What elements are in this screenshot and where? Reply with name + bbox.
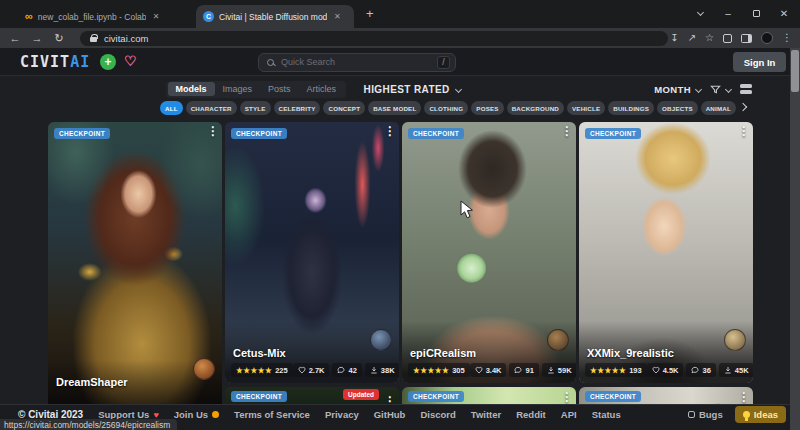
sign-in-button[interactable]: Sign In [733,52,786,72]
category-all[interactable]: ALL [160,101,183,115]
sort-dropdown[interactable]: HIGHEST RATED [364,84,461,95]
new-tab-button[interactable]: + [366,6,374,21]
window-chevron-icon[interactable] [688,0,712,26]
heart-icon [652,366,660,374]
ideas-button[interactable]: Ideas [735,406,786,423]
browser-toolbar: ← → ↻ civitai.com ↧ ↗ ☆ ⋮ [0,28,800,48]
category-buildings[interactable]: BUILDINGS [608,101,654,115]
model-card-epicrealism[interactable]: CHECKPOINT ⋮ epiCRealism ★★★★★ 305 3.4K … [402,122,576,383]
comment-icon [691,366,699,374]
address-bar[interactable]: civitai.com [80,31,668,46]
comment-icon [514,366,522,374]
footer-link-github[interactable]: GitHub [374,409,406,420]
filter-dropdown[interactable] [710,84,731,95]
heart-icon: ♥ [153,410,158,420]
footer-link-twitter[interactable]: Twitter [471,409,501,420]
checkpoint-badge: CHECKPOINT [231,128,287,139]
content-type-tabs: Models Images Posts Articles [166,81,346,98]
footer-link-terms[interactable]: Terms of Service [234,409,310,420]
forward-button[interactable]: → [26,32,48,44]
upload-plus-button[interactable]: + [100,54,116,70]
likes-count: 4.5K [663,366,679,375]
footer-link-status[interactable]: Status [592,409,621,420]
footer-link-discord[interactable]: Discord [420,409,455,420]
civitai-logo[interactable]: CIVITAI [20,53,90,71]
comments-pill: 36 [686,363,715,377]
model-title: DreamShaper [56,376,128,388]
layout-toggle-icon[interactable] [740,84,752,95]
tab-civitai[interactable]: C Civitai | Stable Diffusion models ✕ [196,5,354,28]
support-heart-icon[interactable]: ♡ [124,53,137,69]
model-title: epiCRealism [410,347,476,359]
footer-link-api[interactable]: API [561,409,577,420]
side-panel-icon[interactable] [741,34,752,43]
downloads-pill: 59K [542,363,576,377]
search-input[interactable]: Quick Search / [258,53,456,72]
tab-images[interactable]: Images [215,82,261,96]
tab-colab[interactable]: ∞ new_colab_file.ipynb - Colaborat ✕ [18,5,170,28]
tab-strip: ∞ new_colab_file.ipynb - Colaborat ✕ C C… [0,0,800,28]
model-card-xxmix9realistic[interactable]: CHECKPOINT ⋮ XXMix_9realistic ★★★★★ 193 … [579,122,753,383]
tab-models[interactable]: Models [168,82,215,96]
extensions-puzzle-icon[interactable] [723,34,732,43]
star-rating-icon: ★★★★★ [590,366,626,375]
reload-button[interactable]: ↻ [48,32,70,45]
window-minimize-button[interactable]: – [716,0,740,26]
checkpoint-badge: CHECKPOINT [408,391,464,402]
category-animal[interactable]: ANIMAL [701,101,736,115]
chevron-down-icon [455,85,462,92]
browser-menu-icon[interactable]: ⋮ [782,33,792,43]
category-objects[interactable]: OBJECTS [657,101,698,115]
creator-avatar[interactable] [370,329,392,351]
browser-profile-avatar[interactable] [761,32,773,44]
share-icon[interactable]: ↗ [688,33,696,43]
back-button[interactable]: ← [4,32,26,44]
likes-pill: 2.7K [293,363,330,377]
scroll-right-chevron-icon[interactable] [739,103,747,111]
footer-link-reddit[interactable]: Reddit [516,409,546,420]
creator-avatar[interactable] [547,329,569,351]
category-poses[interactable]: POSES [471,101,503,115]
updated-badge: Updated [343,389,379,400]
window-maximize-button[interactable] [744,0,768,26]
tab-articles[interactable]: Articles [299,82,345,96]
tab-close-icon[interactable]: ✕ [332,11,343,22]
card-menu-icon[interactable]: ⋮ [384,125,396,137]
period-dropdown[interactable]: MONTH [654,84,701,95]
category-celebrity[interactable]: CELEBRITY [274,101,321,115]
bookmark-star-icon[interactable]: ☆ [705,33,714,43]
category-clothing[interactable]: CLOTHING [424,101,468,115]
site-header: CIVITAI + ♡ Quick Search / Sign In [0,48,800,76]
model-card-dreamshaper[interactable]: CHECKPOINT ⋮ DreamShaper [48,122,222,422]
footer-link-join-us[interactable]: Join Us [174,409,219,420]
category-concept[interactable]: CONCEPT [323,101,365,115]
creator-avatar[interactable] [193,358,215,380]
card-menu-icon[interactable]: ⋮ [207,125,219,137]
category-background[interactable]: BACKGROUND [507,101,564,115]
category-style[interactable]: STYLE [240,101,271,115]
footer-link-privacy[interactable]: Privacy [325,409,359,420]
creator-avatar[interactable] [724,329,746,351]
bugs-button[interactable]: Bugs [688,409,723,420]
tab-close-icon[interactable]: ✕ [151,11,162,22]
card-menu-icon[interactable]: ⋮ [561,125,573,137]
join-emoji-icon [212,411,219,418]
model-title: Cetus-Mix [233,347,286,359]
card-menu-icon[interactable]: ⋮ [738,391,750,403]
card-menu-icon[interactable]: ⋮ [561,391,573,403]
window-close-button[interactable]: ✕ [772,0,796,26]
page-scrollbar[interactable] [790,48,800,430]
checkpoint-badge: CHECKPOINT [54,128,110,139]
category-character[interactable]: CHARACTER [186,101,237,115]
checkpoint-badge: CHECKPOINT [585,128,641,139]
tab-posts[interactable]: Posts [260,82,299,96]
bug-icon [688,411,695,418]
downloads-icon[interactable]: ↧ [670,33,678,43]
card-menu-icon[interactable]: ⋮ [738,125,750,137]
model-card-cetus-mix[interactable]: CHECKPOINT ⋮ Cetus-Mix ★★★★★ 225 2.7K 42 [225,122,399,383]
card-stats: ★★★★★ 193 4.5K 36 45K [585,363,747,377]
scrollbar-thumb[interactable] [791,50,799,92]
category-vehicle[interactable]: VEHICLE [567,101,605,115]
category-base-model[interactable]: BASE MODEL [368,101,421,115]
downloads-pill: 38K [365,363,399,377]
